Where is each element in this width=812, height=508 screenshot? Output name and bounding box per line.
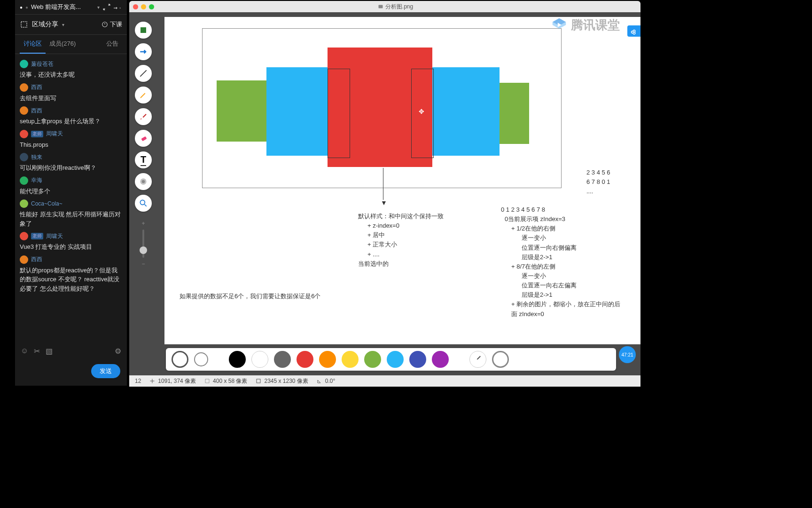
role-badge: 老师 [31, 131, 43, 137]
color-swatch[interactable] [387, 351, 404, 368]
move-cursor-icon: ✥ [419, 108, 424, 115]
role-badge: 老师 [31, 233, 43, 239]
chat-user-row: 西西 [20, 83, 122, 92]
status-angle: 0.0° [317, 378, 335, 384]
username: 独来 [31, 153, 42, 161]
tool-blur[interactable] [135, 173, 152, 190]
crosshair-icon [149, 378, 155, 384]
chat-user-row: 西西 [20, 106, 122, 115]
chat-sidebar: ● ● Web 前端开发高... ▾ 区域分享 ▾ 下课 讨论区 成员(276)… [15, 0, 127, 386]
settings-icon[interactable]: ⚙ [115, 347, 121, 356]
chevron-down-icon[interactable]: ▾ [62, 22, 64, 27]
end-class-button[interactable]: 下课 [102, 20, 122, 29]
pencil-icon [139, 91, 148, 99]
color-picker-button[interactable] [469, 351, 486, 368]
image-icon[interactable]: ▧ [46, 347, 53, 356]
svg-point-7 [140, 200, 145, 205]
username: 西西 [31, 107, 42, 115]
color-swatch[interactable] [251, 351, 268, 368]
status-selection: 400 x 58 像素 [204, 377, 247, 385]
color-swatch[interactable] [274, 351, 291, 368]
username: 周啸天 [46, 130, 63, 138]
notes-bottom: 如果提供的数据不足6个，我们需要让数据保证是6个 [180, 292, 367, 301]
chat-item: 独来 可以刚刚你没用reactive啊？ [20, 153, 122, 173]
username: 西西 [31, 83, 42, 91]
minus-icon: − [141, 261, 145, 267]
chat-message: 能代理多个 [20, 187, 122, 196]
color-swatch[interactable] [297, 351, 313, 368]
magnifier-icon [139, 198, 148, 208]
chat-item: 老师 周啸天 This.props [20, 130, 122, 150]
tencent-class-icon [550, 16, 568, 34]
chat-message: 没事，还没讲太多呢 [20, 70, 122, 79]
tool-eraser[interactable] [135, 130, 152, 147]
canvas-size-icon [256, 378, 261, 384]
color-swatch[interactable] [342, 351, 359, 368]
share-row: 区域分享 ▾ 下课 [15, 15, 127, 35]
zoom-slider[interactable]: + − [135, 220, 152, 267]
rectangle-icon [139, 26, 148, 34]
share-out-icon[interactable] [102, 3, 111, 11]
notes-index-logic: 0 1 2 3 4 5 6 7 8 0当前展示项 zIndex=3 + 1/2在… [501, 205, 623, 319]
tool-zoom[interactable] [135, 195, 152, 212]
tool-pencil[interactable] [135, 87, 152, 103]
tab-announce[interactable]: 公告 [102, 35, 122, 54]
sidebar-header: ● ● Web 前端开发高... ▾ [15, 0, 127, 15]
canvas[interactable]: ✥ ▼ 默认样式：和中间这个保持一致 + z-index=0 + 居中 + 正常… [164, 17, 640, 344]
status-bar: 12 1091, 374 像素 400 x 58 像素 2345 x 1230 … [129, 375, 640, 387]
status-cursor: 1091, 374 像素 [149, 377, 196, 385]
power-icon [102, 21, 108, 28]
tool-arrow[interactable] [135, 43, 152, 60]
chat-message: 默认的props都是reactive的？但是我的数据source 不变呢？ re… [20, 266, 122, 294]
region-share-icon[interactable] [20, 20, 28, 29]
chat-user-row: 西西 [20, 255, 122, 264]
tool-shapes[interactable] [135, 22, 152, 39]
maximize-window-button[interactable] [149, 4, 154, 9]
tool-line[interactable] [135, 65, 152, 82]
chat-footer: ☺ ✂ ▧ ⚙ [15, 343, 127, 359]
text-icon: T [141, 154, 146, 166]
no-color-button[interactable] [492, 351, 509, 368]
color-swatch[interactable] [432, 351, 449, 368]
titlebar: 分析图.png [129, 1, 640, 12]
emoji-icon[interactable]: ☺ [21, 347, 28, 356]
scissors-icon[interactable]: ✂ [34, 347, 40, 356]
chat-tabs: 讨论区 成员(276) 公告 [15, 35, 127, 54]
tool-text[interactable]: T [135, 151, 152, 168]
close-window-button[interactable] [133, 4, 138, 9]
pin-icon[interactable] [114, 3, 122, 11]
pointer-line [383, 168, 383, 200]
share-label[interactable]: 区域分享 [32, 20, 58, 29]
svg-rect-4 [141, 136, 147, 141]
tool-brush[interactable] [135, 108, 152, 125]
chat-list[interactable]: 蒹葭苍苍 没事，还没讲太多呢 西西 去组件里面写 西西 setup上拿props… [15, 54, 127, 318]
cloud-sync-badge[interactable] [627, 25, 640, 37]
send-button[interactable]: 发送 [91, 364, 120, 378]
zoom-track[interactable] [142, 230, 144, 258]
stroke-width-thick[interactable] [172, 351, 188, 368]
eraser-icon [139, 134, 148, 143]
color-swatch[interactable] [229, 351, 246, 368]
avatar [20, 130, 28, 138]
chat-user-row: 独来 [20, 153, 122, 161]
minimize-window-button[interactable] [141, 4, 146, 9]
tab-discuss[interactable]: 讨论区 [20, 35, 46, 54]
avatar [20, 60, 28, 68]
image-file-icon [378, 4, 383, 9]
avatar [20, 199, 28, 208]
line-icon [139, 69, 148, 78]
chevron-down-icon[interactable]: ▾ [97, 5, 100, 10]
color-swatch[interactable] [364, 351, 381, 368]
tab-members[interactable]: 成员(276) [46, 35, 79, 54]
chat-item: Coca~Cola~ 性能好 原生实现 然后不用循环遍历对象了 [20, 199, 122, 228]
zoom-thumb[interactable] [140, 246, 147, 254]
tab-title: Web 前端开发高... [31, 3, 94, 11]
stroke-width-thin[interactable] [194, 352, 208, 366]
plus-icon: + [141, 220, 145, 227]
username: 幸海 [31, 176, 42, 184]
avatar [20, 83, 28, 92]
notes-sequences: 2 3 4 5 6 6 7 8 0 1 .... [586, 168, 624, 196]
color-swatch[interactable] [409, 351, 426, 368]
svg-rect-3 [141, 27, 146, 33]
color-swatch[interactable] [319, 351, 336, 368]
